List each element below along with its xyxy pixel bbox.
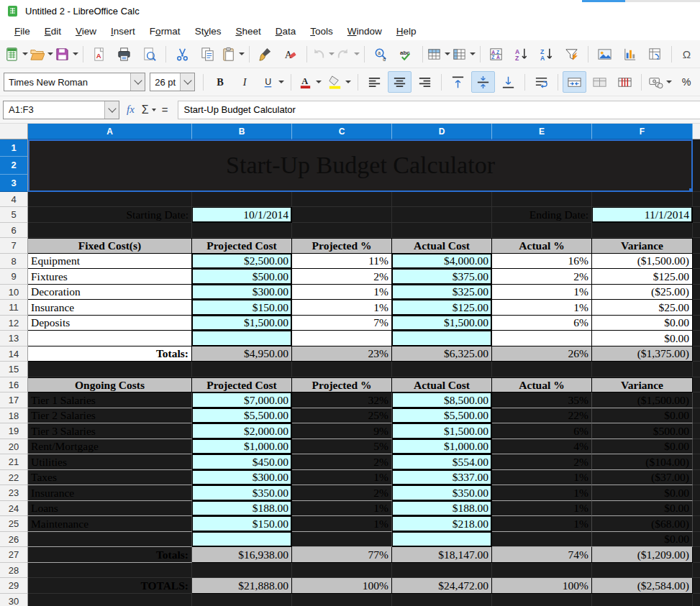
selection-handle[interactable] [689,188,693,192]
row-header-8[interactable]: 8 [0,254,28,270]
cell-F15[interactable] [592,362,693,377]
row-header-5[interactable]: 5 [0,207,28,223]
font-size-dropdown-icon[interactable] [180,73,194,91]
row-header-30[interactable]: 30 [0,594,28,606]
open-dropdown-icon[interactable] [47,52,53,55]
cell-B15[interactable] [192,362,292,377]
cell-D17[interactable]: $8,500.00 [392,392,492,408]
cell-F14[interactable]: ($1,375.00) [592,346,693,362]
cell-A10[interactable]: Decoration [28,285,192,300]
cell-F6[interactable] [592,223,693,239]
cell-D22[interactable]: $337.00 [392,470,492,486]
cell-C28[interactable] [292,563,392,579]
sort-descending-button[interactable]: ZA [535,43,558,65]
cell-A18[interactable]: Tier 2 Salaries [28,408,192,424]
cell-F21[interactable]: ($104.00) [592,454,693,470]
insert-chart-button[interactable] [618,43,642,65]
cell-F16[interactable]: Variance [592,377,693,393]
center-vertically-button[interactable] [471,71,495,93]
insert-column-button[interactable] [452,43,476,65]
cell-E9[interactable]: 2% [492,269,592,285]
row-header-7[interactable]: 7 [0,238,28,254]
menu-format[interactable]: Format [142,24,188,39]
cell-A21[interactable]: Utilities [28,454,192,470]
cell-A8[interactable]: Equipment [28,254,192,270]
name-box[interactable]: A1:F3 [3,101,119,119]
cell-B28[interactable] [192,563,292,579]
align-right-button[interactable] [413,71,437,93]
cell-D7[interactable]: Actual Cost [392,238,492,254]
cell-A29[interactable]: TOTALS: [28,578,192,594]
new-dropdown-icon[interactable] [22,52,28,55]
print-preview-button[interactable] [137,43,161,65]
menu-view[interactable]: View [68,24,104,39]
cell-B18[interactable]: $5,500.00 [192,408,292,424]
cell-D5[interactable] [392,207,492,223]
cell-C13[interactable] [292,331,392,346]
column-header-F[interactable]: F [592,124,693,139]
cell-A25[interactable]: Maintenance [28,516,192,532]
cell-C17[interactable]: 32% [292,392,392,408]
cell-A14[interactable]: Totals: [28,346,192,362]
clone-formatting-button[interactable] [253,43,277,65]
merge-cells-button[interactable] [588,71,612,93]
font-name-combo[interactable]: Times New Roman [4,73,145,91]
underline-dropdown-icon[interactable] [278,81,284,83]
menu-insert[interactable]: Insert [104,24,142,39]
cell-E15[interactable] [492,362,592,377]
row-header-16[interactable]: 16 [0,377,28,393]
cell-B29[interactable]: $21,888.00 [192,578,292,594]
cell-D24[interactable]: $188.00 [392,501,492,517]
cell-B9[interactable]: $500.00 [192,269,292,285]
cell-F7[interactable]: Variance [592,238,693,254]
cell-C12[interactable]: 7% [292,316,392,331]
cell-E12[interactable]: 6% [492,316,592,331]
cell-C10[interactable]: 1% [292,285,392,300]
cell-F8[interactable]: ($1,500.00) [592,254,693,270]
cell-C6[interactable] [292,223,392,239]
cell-C23[interactable]: 2% [292,485,392,501]
cell-E19[interactable]: 6% [492,423,592,439]
align-left-button[interactable] [363,71,386,93]
cell-B17[interactable]: $7,000.00 [192,392,292,408]
column-header-E[interactable]: E [492,124,592,139]
cell-F25[interactable]: ($68.00) [592,516,693,532]
cell-E10[interactable]: 1% [492,285,592,300]
row-header-22[interactable]: 22 [0,470,28,486]
cell-B27[interactable]: $16,938.00 [192,547,292,563]
menu-sheet[interactable]: Sheet [228,24,268,39]
row-header-12[interactable]: 12 [0,316,28,331]
undo-button[interactable] [311,43,335,65]
cell-E16[interactable]: Actual % [492,377,592,393]
cell-A26[interactable] [28,532,192,548]
sort-ascending-button[interactable]: AZ [509,43,533,65]
sum-icon[interactable]: Σ [142,104,149,116]
cell-D10[interactable]: $325.00 [392,285,492,300]
clear-formatting-button[interactable]: A [278,43,302,65]
autofilter-button[interactable] [560,43,583,65]
cell-E27[interactable]: 74% [492,547,592,563]
cell-E24[interactable]: 1% [492,501,592,517]
cell-F24[interactable]: $0.00 [592,501,693,517]
cell-B25[interactable]: $150.00 [192,516,292,532]
cell-A15[interactable] [28,362,192,377]
column-header-D[interactable]: D [392,124,492,139]
cell-E7[interactable]: Actual % [492,238,592,254]
cell-F11[interactable]: $25.00 [592,300,693,316]
cell-D18[interactable]: $5,500.00 [392,408,492,424]
cell-A20[interactable]: Rent/Mortgage [28,439,192,455]
pivot-table-button[interactable] [643,43,667,65]
special-character-button[interactable]: Ω [676,43,699,65]
cell-B4[interactable] [192,192,292,208]
sort-button[interactable]: AZZA [484,43,508,65]
cell-B13[interactable] [192,331,292,346]
cell-D27[interactable]: $18,147.00 [392,547,492,563]
insert-row-button[interactable] [427,43,450,65]
cell-A24[interactable]: Loans [28,501,192,517]
column-header-C[interactable]: C [292,124,392,139]
cell-C11[interactable]: 1% [292,300,392,316]
cell-D30[interactable] [392,594,492,606]
cell-D25[interactable]: $218.00 [392,516,492,532]
cell-F12[interactable]: $0.00 [592,316,693,331]
row-header-11[interactable]: 11 [0,300,28,316]
